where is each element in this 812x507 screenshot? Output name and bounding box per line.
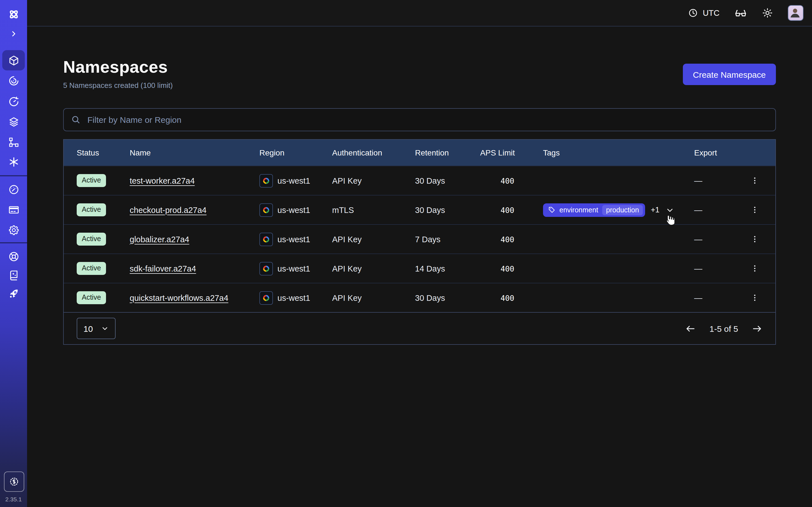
gcp-cloud-icon bbox=[259, 262, 273, 275]
aps-value: 400 bbox=[474, 293, 515, 302]
status-badge: Active bbox=[77, 174, 106, 187]
sidebar-item-namespaces[interactable] bbox=[2, 50, 25, 70]
sidebar-item-settings[interactable] bbox=[2, 220, 25, 240]
timezone-label: UTC bbox=[703, 8, 719, 17]
status-badge: Active bbox=[77, 203, 106, 216]
namespace-link[interactable]: globalizer.a27a4 bbox=[130, 235, 189, 244]
gcp-cloud-icon bbox=[259, 174, 273, 187]
chevron-down-icon bbox=[101, 325, 109, 332]
column-header-export: Export bbox=[684, 148, 746, 157]
person-icon bbox=[788, 6, 802, 19]
export-value: — bbox=[684, 235, 746, 244]
namespace-link[interactable]: checkout-prod.a27a4 bbox=[130, 205, 207, 214]
next-page-button[interactable] bbox=[752, 323, 762, 334]
row-menu-button[interactable] bbox=[746, 176, 763, 185]
status-badge: Active bbox=[77, 262, 106, 275]
chevron-down-icon[interactable] bbox=[665, 205, 674, 214]
table-row: Active quickstart-workflows.a27a4 us-wes… bbox=[64, 283, 775, 312]
create-namespace-button[interactable]: Create Namespace bbox=[683, 64, 776, 85]
retention-value: 30 Days bbox=[415, 205, 474, 214]
book-sparkles-icon bbox=[8, 269, 19, 281]
theme-toggle-button[interactable] bbox=[762, 7, 773, 18]
kebab-icon bbox=[751, 293, 759, 302]
app-version: 2.35.1 bbox=[0, 496, 27, 503]
tag-badge[interactable]: environment production bbox=[543, 203, 645, 217]
table-row: Active checkout-prod.a27a4 us-west1 mTLS… bbox=[64, 195, 775, 224]
sidebar-item-schedules[interactable] bbox=[2, 91, 25, 112]
column-header-region: Region bbox=[259, 148, 332, 157]
sidebar-item-batch[interactable] bbox=[2, 112, 25, 132]
sidebar-item-get-started[interactable] bbox=[2, 283, 25, 304]
sidebar-item-usage[interactable] bbox=[2, 179, 25, 200]
gear-icon bbox=[8, 224, 19, 236]
sidebar-item-support[interactable] bbox=[2, 246, 25, 267]
main-content: Namespaces 5 Namespaces created (100 lim… bbox=[27, 27, 812, 507]
column-header-aps: APS Limit bbox=[474, 148, 515, 157]
sidebar-divider bbox=[0, 242, 27, 243]
export-value: — bbox=[684, 264, 746, 273]
namespace-link[interactable]: test-worker.a27a4 bbox=[130, 176, 195, 185]
tag-key: environment bbox=[559, 206, 598, 214]
column-header-name: Name bbox=[130, 148, 259, 157]
table-footer: 10 1-5 of 5 bbox=[64, 312, 775, 344]
asterisk-icon bbox=[8, 156, 19, 168]
aps-value: 400 bbox=[474, 176, 515, 185]
row-menu-button[interactable] bbox=[746, 235, 763, 243]
table-row: Active test-worker.a27a4 us-west1 API Ke… bbox=[64, 166, 775, 195]
cube-icon bbox=[8, 54, 19, 66]
row-menu-button[interactable] bbox=[746, 264, 763, 273]
auth-value: API Key bbox=[332, 293, 415, 302]
spiral-icon bbox=[8, 75, 19, 87]
pricing-button[interactable] bbox=[4, 471, 24, 492]
branch-flow-icon bbox=[8, 136, 19, 148]
app-window: 2.35.1 UTC Namespaces 5 Namespaces creat… bbox=[0, 0, 812, 507]
aps-value: 400 bbox=[474, 264, 515, 273]
credit-card-icon bbox=[8, 204, 19, 216]
lifebuoy-icon bbox=[8, 250, 19, 262]
arrow-left-icon bbox=[685, 323, 696, 334]
page-size-select[interactable]: 10 bbox=[77, 318, 116, 339]
aps-value: 400 bbox=[474, 205, 515, 214]
retention-value: 7 Days bbox=[415, 235, 474, 244]
sidebar-item-workflows[interactable] bbox=[2, 70, 25, 91]
labs-toggle-button[interactable] bbox=[734, 6, 747, 19]
avatar[interactable] bbox=[788, 5, 804, 21]
namespace-link[interactable]: sdk-failover.a27a4 bbox=[130, 264, 196, 273]
column-header-tags: Tags bbox=[515, 148, 684, 157]
table-header-row: Status Name Region Authentication Retent… bbox=[64, 140, 775, 166]
timezone-selector[interactable]: UTC bbox=[688, 8, 719, 18]
namespace-link[interactable]: quickstart-workflows.a27a4 bbox=[130, 293, 229, 302]
export-value: — bbox=[684, 205, 746, 214]
glasses-icon bbox=[734, 6, 747, 19]
sidebar-expand-button[interactable] bbox=[2, 24, 25, 44]
table-row: Active globalizer.a27a4 us-west1 API Key… bbox=[64, 224, 775, 253]
kebab-icon bbox=[751, 235, 759, 243]
temporal-logo-icon bbox=[7, 8, 20, 20]
column-header-auth: Authentication bbox=[332, 148, 415, 157]
clock-icon bbox=[688, 8, 698, 18]
sidebar-item-deployments[interactable] bbox=[2, 132, 25, 152]
timer-icon bbox=[8, 96, 19, 107]
export-value: — bbox=[684, 176, 746, 185]
gauge-icon bbox=[8, 183, 19, 195]
region-label: us-west1 bbox=[277, 293, 310, 302]
gcp-cloud-icon bbox=[259, 203, 273, 217]
prev-page-button[interactable] bbox=[685, 323, 696, 334]
sidebar-item-billing[interactable] bbox=[2, 200, 25, 220]
status-badge: Active bbox=[77, 291, 106, 304]
region-label: us-west1 bbox=[277, 235, 310, 244]
gcp-cloud-icon bbox=[259, 291, 273, 304]
tag-value: production bbox=[602, 205, 643, 215]
search-icon bbox=[71, 115, 81, 124]
page-subtitle: 5 Namespaces created (100 limit) bbox=[63, 81, 173, 90]
gcp-cloud-icon bbox=[259, 232, 273, 246]
sidebar-item-home[interactable] bbox=[2, 4, 25, 24]
auth-value: API Key bbox=[332, 176, 415, 185]
sidebar: 2.35.1 bbox=[0, 0, 27, 507]
row-menu-button[interactable] bbox=[746, 293, 763, 302]
sidebar-item-docs[interactable] bbox=[2, 265, 25, 285]
row-menu-button[interactable] bbox=[746, 206, 763, 214]
table-row: Active sdk-failover.a27a4 us-west1 API K… bbox=[64, 253, 775, 283]
sidebar-item-nexus[interactable] bbox=[2, 152, 25, 172]
filter-input[interactable] bbox=[86, 114, 768, 125]
